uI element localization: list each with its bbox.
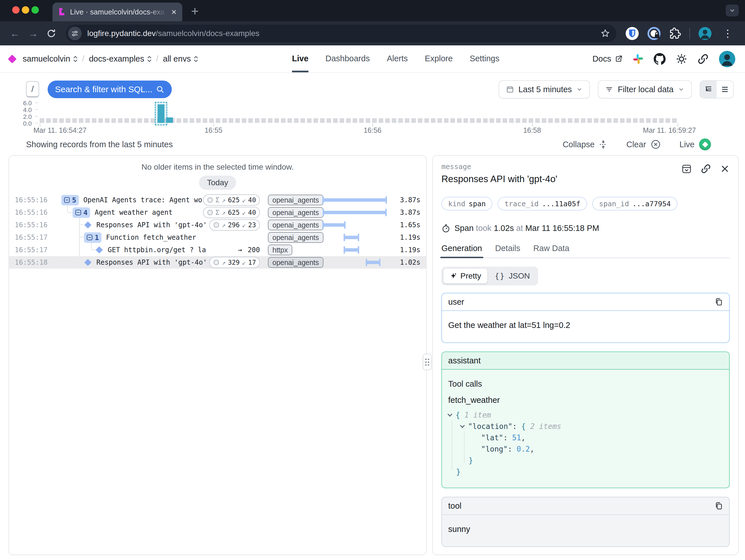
http-arrow-icon: → <box>238 246 242 254</box>
collapse-count-badge[interactable]: 4 <box>72 207 90 218</box>
breadcrumb-org[interactable]: samuelcolvin <box>23 54 78 64</box>
copy-icon[interactable] <box>714 298 723 306</box>
local-filter-button[interactable]: Filter local data <box>598 80 692 98</box>
service-tag[interactable]: openai_agents <box>268 257 323 268</box>
meta-pill-trace_id[interactable]: trace_id...11a05f <box>497 197 587 211</box>
duration-label: 3.87s <box>387 209 420 216</box>
main-nav: LiveDashboardsAlertsExploreSettings <box>292 45 499 72</box>
tab-close-icon[interactable]: × <box>171 7 176 17</box>
user-avatar[interactable] <box>719 51 735 67</box>
panel-resize-handle[interactable] <box>423 354 432 370</box>
collapse-button[interactable]: Collapse <box>563 139 608 149</box>
tree-view-icon <box>704 85 713 94</box>
duration-track <box>322 194 387 206</box>
nav-live[interactable]: Live <box>292 45 309 72</box>
collapse-count-badge[interactable]: 1 <box>84 232 101 243</box>
x-axis-label: 16:55 <box>205 126 223 134</box>
tree-view-toggle[interactable] <box>700 81 717 98</box>
slash-shortcut-key[interactable]: / <box>26 81 39 98</box>
password-extension-icon[interactable] <box>647 27 660 40</box>
browser-tab[interactable]: Live · samuelcolvin/docs-exa × <box>53 3 182 21</box>
tab-details[interactable]: Details <box>495 244 520 257</box>
reload-button[interactable] <box>44 26 59 41</box>
select-chevrons-icon <box>194 55 198 63</box>
copy-link-icon[interactable] <box>701 164 711 174</box>
json-tree-line: { 1 item <box>448 409 723 421</box>
theme-sun-icon[interactable] <box>676 53 687 65</box>
breadcrumb-project[interactable]: docs-examples <box>89 54 152 64</box>
nav-alerts[interactable]: Alerts <box>387 45 408 72</box>
meta-pill-kind[interactable]: kindspan <box>442 197 492 211</box>
time-range-button[interactable]: Last 5 minutes <box>499 80 590 98</box>
service-tag[interactable]: openai_agents <box>268 195 323 206</box>
today-badge[interactable]: Today <box>199 176 236 190</box>
trace-row[interactable]: 16:55:18Responses API with 'gpt-4o'↗329↙… <box>9 256 426 269</box>
meta-pill-span_id[interactable]: span_id...a77954 <box>592 197 678 211</box>
trace-row[interactable]: 16:55:164Agent weather agentΣ↗625↙40open… <box>9 206 426 219</box>
minimize-window-button[interactable] <box>22 6 29 13</box>
bookmark-star-icon[interactable] <box>601 29 610 38</box>
new-tab-button[interactable]: + <box>191 3 199 19</box>
copy-icon[interactable] <box>714 502 723 510</box>
service-tag[interactable]: openai_agents <box>268 220 323 230</box>
toggle-pretty[interactable]: Pretty <box>443 269 487 283</box>
toggle-json[interactable]: {}JSON <box>488 269 536 283</box>
duration-label: 1.19s <box>387 234 420 241</box>
close-panel-icon[interactable] <box>720 164 730 174</box>
duration-track <box>322 244 387 256</box>
span-title: Agent weather agent <box>95 209 173 216</box>
trace-rows: 16:55:165OpenAI Agents trace: Agent work… <box>9 194 426 269</box>
nav-explore[interactable]: Explore <box>425 45 453 72</box>
docs-link[interactable]: Docs <box>592 54 622 64</box>
message-body: sunny <box>442 515 729 547</box>
address-bar[interactable]: logfire.pydantic.dev/samuelcolvin/docs-e… <box>66 25 616 42</box>
select-chevrons-icon <box>73 55 78 63</box>
trace-row[interactable]: 16:55:17GET httpbin.org/get ? lat='51.0'… <box>9 244 426 256</box>
clear-button[interactable]: Clear <box>626 139 660 150</box>
reload-icon <box>46 29 56 38</box>
forward-button[interactable]: → <box>26 26 41 41</box>
token-coin-icon <box>207 209 213 216</box>
trace-row[interactable]: 16:55:165OpenAI Agents trace: Agent work… <box>9 194 426 206</box>
trace-row[interactable]: 16:55:16Responses API with 'gpt-4o'↗296↙… <box>9 219 426 231</box>
collapse-icon <box>599 139 608 149</box>
bitwarden-extension-icon[interactable] <box>625 27 639 40</box>
search-icon <box>156 85 164 94</box>
slack-icon[interactable] <box>633 54 644 64</box>
close-window-button[interactable] <box>12 6 20 13</box>
timeline-bar[interactable] <box>166 118 173 123</box>
logfire-diamond-icon <box>8 55 17 63</box>
browser-menu-icon[interactable]: ⋮ <box>720 26 735 41</box>
activity-timeline[interactable]: 6.0 4.0 2.0 0.0 Mar 11. 16:54:27 16:55 1… <box>0 100 745 133</box>
back-button[interactable]: ← <box>7 26 23 41</box>
extensions-puzzle-icon[interactable] <box>669 28 681 39</box>
filter-controls: / Search & filter with SQL... Last 5 min… <box>26 80 734 98</box>
message-role-label: user <box>448 297 464 307</box>
trace-row[interactable]: 16:55:171Function fetch_weatheropenai_ag… <box>9 231 426 244</box>
tab-raw-data[interactable]: Raw Data <box>533 244 569 257</box>
zoom-window-button[interactable] <box>31 6 39 13</box>
token-usage-badge: Σ↗625↙40 <box>203 207 260 218</box>
browser-profile-avatar[interactable] <box>699 27 712 40</box>
github-icon[interactable] <box>654 53 666 65</box>
collapse-count-badge[interactable]: 5 <box>61 195 79 206</box>
timeline-bar[interactable] <box>158 104 164 123</box>
list-view-toggle[interactable] <box>717 81 733 98</box>
scroll-to-span-icon[interactable] <box>681 164 692 174</box>
breadcrumb-env[interactable]: all envs <box>163 54 198 64</box>
search-input[interactable]: Search & filter with SQL... <box>47 81 172 98</box>
tab-search-button[interactable] <box>726 4 739 17</box>
tab-generation[interactable]: Generation <box>442 244 482 257</box>
nav-dashboards[interactable]: Dashboards <box>325 45 370 72</box>
share-link-icon[interactable] <box>698 53 709 65</box>
service-tag[interactable]: openai_agents <box>268 207 323 218</box>
span-diamond-icon <box>96 246 103 253</box>
service-tag[interactable]: httpx <box>268 245 292 255</box>
nav-settings[interactable]: Settings <box>470 45 499 72</box>
live-button[interactable]: Live <box>680 138 711 150</box>
tab-title: Live · samuelcolvin/docs-exa <box>70 8 167 17</box>
collapse-chevron-icon[interactable] <box>448 412 452 417</box>
collapse-chevron-icon[interactable] <box>460 423 465 428</box>
service-tag[interactable]: openai_agents <box>268 232 323 243</box>
site-settings-icon[interactable] <box>68 27 82 40</box>
